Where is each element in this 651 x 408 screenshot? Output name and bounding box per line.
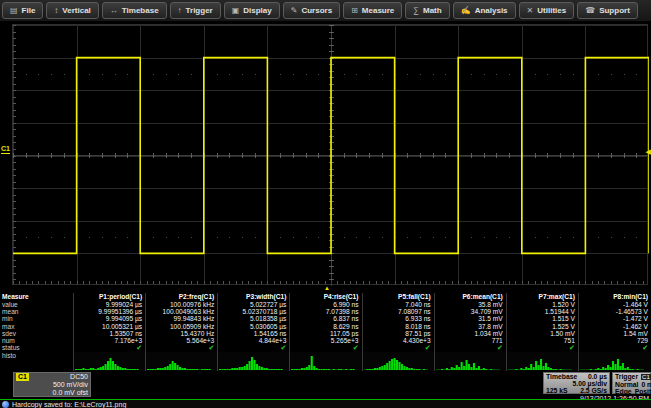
measure-icon: ⊞ — [351, 6, 358, 15]
measure-col-header-p6[interactable]: P6:mean(C1) — [435, 293, 507, 301]
trigger-icon: ↑ — [178, 6, 182, 15]
measure-status-p6: ✔ — [435, 344, 507, 352]
measure-sdev-p4: 117.05 ps — [290, 330, 362, 337]
measure-value-p2: 100.00976 kHz — [146, 301, 218, 308]
measure-col-header-p7[interactable]: P7:max(C1) — [507, 293, 579, 301]
trigger-position-marker[interactable]: ▲ — [324, 285, 330, 291]
measure-max-p5: 8.018 ns — [363, 323, 435, 330]
file-icon: ▤ — [10, 6, 18, 15]
measure-status-p8: ✔ — [579, 344, 651, 352]
measure-row-label-min: min — [0, 315, 74, 322]
trigger-descriptor[interactable]: TriggerC1 DC Normal0 mV EdgePositive — [612, 372, 651, 394]
menu-label: Cursors — [301, 6, 332, 15]
measure-col-header-p3[interactable]: P3:width(C1) — [218, 293, 290, 301]
histogram-sparkline — [436, 354, 500, 370]
measure-max-p2: 100.05909 kHz — [146, 323, 218, 330]
graticule[interactable] — [12, 24, 648, 285]
measure-sdev-p5: 87.51 ps — [363, 330, 435, 337]
c1-badge: C1 — [16, 373, 29, 381]
measure-value-p1: 9.999024 µs — [74, 301, 146, 308]
measure-value-p5: 7.040 ns — [363, 301, 435, 308]
measure-mean-p2: 100.0049063 kHz — [146, 308, 218, 315]
measure-status-p2: ✔ — [146, 344, 218, 352]
timebase-rate: 2.5 GS/s — [580, 387, 607, 394]
measure-histogram-p6 — [435, 352, 507, 371]
measure-histogram-p7 — [507, 352, 579, 371]
measure-num-p3: 4.844e+3 — [218, 337, 290, 344]
menu-label: File — [22, 6, 36, 15]
menu-label: Measure — [362, 6, 394, 15]
menu-support[interactable]: ☎Support — [577, 2, 638, 19]
measure-max-p1: 10.005321 µs — [74, 323, 146, 330]
measure-col-header-p1[interactable]: P1:period(C1) — [74, 293, 146, 301]
measure-num-p7: 751 — [507, 337, 579, 344]
measure-col-header-p2[interactable]: P2:freq(C1) — [146, 293, 218, 301]
measure-num-p6: 771 — [435, 337, 507, 344]
menu-trigger[interactable]: ↑Trigger — [170, 2, 221, 19]
menu-math[interactable]: ∑Math — [405, 2, 449, 19]
trigger-level-marker[interactable]: ◀ — [646, 148, 651, 155]
measure-sdev-p6: 1.034 mV — [435, 330, 507, 337]
measure-col-header-p8[interactable]: P8:min(C1) — [579, 293, 651, 301]
oscilloscope-app: ▤File ↕Vertical ↔Timebase ↑Trigger ▣Disp… — [0, 0, 651, 408]
measure-row-label-max: max — [0, 323, 74, 330]
measure-col-header-p5[interactable]: P5:fall(C1) — [363, 293, 435, 301]
menu-cursors[interactable]: ✎Cursors — [283, 2, 340, 19]
measure-status-p5: ✔ — [363, 344, 435, 352]
measure-mean-p4: 7.07398 ns — [290, 308, 362, 315]
measure-table: MeasureP1:period(C1)P2:freq(C1)P3:width(… — [0, 293, 651, 371]
timebase-scale: 5.00 µs/div — [572, 380, 607, 387]
measure-max-p8: -1.462 V — [579, 323, 651, 330]
measure-num-p5: 4.430e+3 — [363, 337, 435, 344]
measure-mean-p6: 34.709 mV — [435, 308, 507, 315]
measure-min-p3: 5.018358 µs — [218, 315, 290, 322]
menu-vertical[interactable]: ↕Vertical — [46, 2, 98, 19]
c1-zero-level-marker[interactable]: C1 — [1, 145, 10, 154]
cursors-icon: ✎ — [291, 6, 298, 15]
measure-value-p8: -1.464 V — [579, 301, 651, 308]
channel-c1-descriptor[interactable]: C1 DC50 500 mV/div 0.0 mV ofst — [13, 372, 91, 397]
measure-min-p4: 6.837 ns — [290, 315, 362, 322]
trigger-title: Trigger — [615, 373, 638, 381]
menu-measure[interactable]: ⊞Measure — [343, 2, 402, 19]
measure-max-p7: 1.525 V — [507, 323, 579, 330]
trigger-source-badge: C1 — [641, 374, 651, 380]
menu-label: Support — [599, 6, 630, 15]
menu-label: Math — [423, 6, 442, 15]
timebase-title: Timebase — [546, 373, 577, 380]
measure-status-p1: ✔ — [74, 344, 146, 352]
measure-mean-p3: 5.02370718 µs — [218, 308, 290, 315]
histogram-sparkline — [219, 354, 283, 370]
histogram-sparkline — [75, 354, 139, 370]
timebase-descriptor[interactable]: Timebase0.0 µs 5.00 µs/div 125 kS2.5 GS/… — [543, 372, 610, 394]
measure-histogram-p5 — [363, 352, 435, 371]
menu-file[interactable]: ▤File — [2, 2, 43, 19]
measure-col-header-p4[interactable]: P4:rise(C1) — [290, 293, 362, 301]
histogram-sparkline — [291, 354, 355, 370]
measure-value-p6: 35.8 mV — [435, 301, 507, 308]
measure-status-p3: ✔ — [218, 344, 290, 352]
menu-label: Vertical — [62, 6, 90, 15]
measure-row-label-mean: mean — [0, 308, 74, 315]
menu-display[interactable]: ▣Display — [224, 2, 280, 19]
support-icon: ☎ — [585, 6, 595, 15]
menu-timebase[interactable]: ↔Timebase — [102, 2, 167, 19]
measure-sdev-p1: 1.53507 ns — [74, 330, 146, 337]
info-icon — [2, 401, 9, 408]
menu-utilities[interactable]: ✕Utilities — [519, 2, 575, 19]
measure-num-p4: 5.265e+3 — [290, 337, 362, 344]
measure-row-label-histo: histo — [0, 352, 74, 371]
menu-label: Timebase — [122, 6, 159, 15]
histogram-sparkline — [580, 354, 644, 370]
measure-sdev-p3: 1.54165 ns — [218, 330, 290, 337]
measure-mean-p1: 9.99951396 µs — [74, 308, 146, 315]
measure-histogram-p8 — [579, 352, 651, 371]
menu-analysis[interactable]: ✍Analysis — [453, 2, 516, 19]
measure-max-p6: 37.8 mV — [435, 323, 507, 330]
utilities-icon: ✕ — [527, 6, 534, 15]
measure-max-p4: 8.629 ns — [290, 323, 362, 330]
measure-num-p1: 7.176e+3 — [74, 337, 146, 344]
timebase-samples: 125 kS — [546, 387, 568, 394]
measure-histogram-p4 — [290, 352, 362, 371]
measure-min-p2: 99.94843 kHz — [146, 315, 218, 322]
